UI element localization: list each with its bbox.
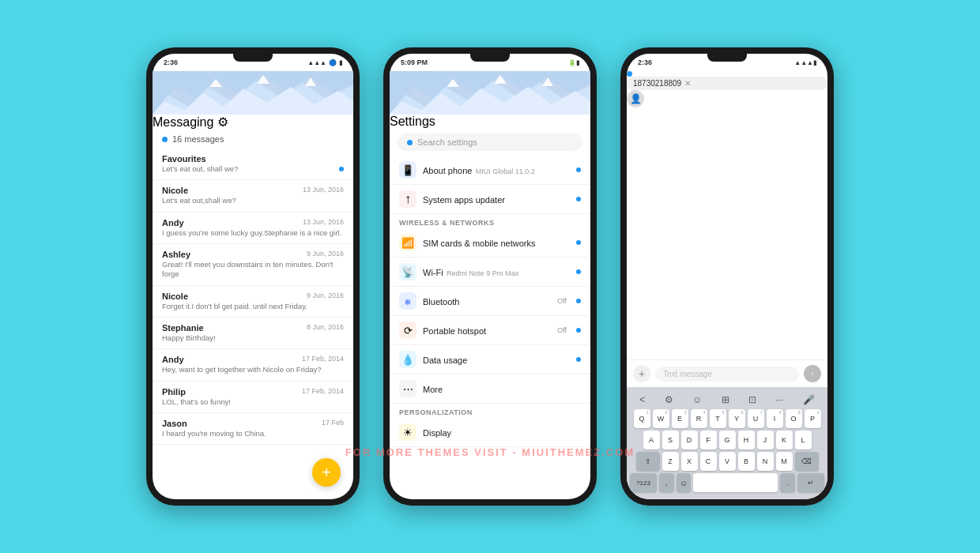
key-m[interactable]: M <box>776 452 793 471</box>
keyboard: < ⚙ ☺ ⊞ ⊡ ··· 🎤 Q1 W2 E3 R4 T5 Y6 U7 I8 … <box>627 387 827 499</box>
key-r[interactable]: R4 <box>691 409 707 428</box>
count-dot <box>162 137 168 142</box>
msg-name: Jason <box>162 419 344 428</box>
msg-date: 9 Jun, 2016 <box>307 292 344 299</box>
list-item[interactable]: Andy 13 Jun, 2016 I guess you're some lu… <box>153 213 353 244</box>
key-enter[interactable]: ↵ <box>797 473 824 492</box>
signal-icon: ▲▲▲ <box>307 59 326 66</box>
key-l[interactable]: L <box>795 431 812 450</box>
kb-settings-icon[interactable]: ⚙ <box>662 393 677 407</box>
setting-display[interactable]: ☀ Display <box>390 418 590 447</box>
phone-messaging: 2:36 ▲▲▲ 🔵 ▮ Messaging ⚙ <box>146 47 360 506</box>
keyboard-row-bottom: ?123 , ☺ . ↵ <box>630 473 824 492</box>
msg-date: 17 Feb, 2014 <box>302 387 344 395</box>
bluetooth-status: Off <box>557 297 567 305</box>
key-space[interactable] <box>693 473 778 492</box>
more-text: More <box>423 382 581 396</box>
key-b[interactable]: B <box>738 452 755 471</box>
msg-date: 8 Jun, 2016 <box>307 323 344 331</box>
gear-icon[interactable]: ⚙ <box>217 115 228 129</box>
key-n[interactable]: N <box>757 452 774 471</box>
setting-bluetooth[interactable]: ⎈ Bluetooth Off <box>390 287 590 316</box>
key-p[interactable]: P0 <box>805 409 821 428</box>
setting-wifi[interactable]: 📡 Wi-Fi Redmi Note 9 Pro Max <box>390 258 590 287</box>
chip-close-icon[interactable]: ✕ <box>684 79 691 88</box>
msg-preview: Happy Birthday! <box>162 333 344 343</box>
settings-title: Settings <box>390 115 435 128</box>
key-x[interactable]: X <box>681 452 698 471</box>
messages-count-bar: 16 messages <box>153 130 353 149</box>
list-item[interactable]: Favourites Let's eat out, shall we? <box>153 149 353 180</box>
key-w[interactable]: W2 <box>653 409 669 428</box>
key-o[interactable]: O9 <box>786 409 802 428</box>
key-i[interactable]: I8 <box>767 409 783 428</box>
setting-system-updater[interactable]: ↑ System apps updater <box>390 185 590 214</box>
key-symbols[interactable]: ?123 <box>630 473 657 492</box>
search-bar[interactable]: Search settings <box>398 134 582 151</box>
kb-back-icon[interactable]: < <box>636 393 648 407</box>
msg-preview: Great! I'll meet you downstairs in ten m… <box>162 260 344 280</box>
key-t[interactable]: T5 <box>710 409 726 428</box>
key-s[interactable]: S <box>662 431 679 450</box>
about-phone-title: About phone <box>423 166 472 175</box>
setting-about-phone[interactable]: 📱 About phone MIUI Global 11.0.2 <box>390 156 590 185</box>
setting-more[interactable]: ⋯ More <box>390 374 590 404</box>
section-personalization: PERSONALIZATION <box>390 404 590 418</box>
hotspot-status: Off <box>557 326 567 334</box>
key-y[interactable]: Y6 <box>729 409 745 428</box>
kb-mic-icon[interactable]: 🎤 <box>800 393 818 407</box>
recipient-dot <box>627 71 632 77</box>
about-phone-text: About phone MIUI Global 11.0.2 <box>423 163 570 177</box>
status-time-2: 5:09 PM <box>401 58 428 66</box>
key-shift[interactable]: ⇧ <box>636 452 660 471</box>
key-u[interactable]: U7 <box>748 409 764 428</box>
kb-more-icon[interactable]: ··· <box>772 393 786 407</box>
recipient-chip[interactable]: 18730218809 ✕ <box>627 77 827 90</box>
keyboard-row-3: ⇧ Z X C V B N M ⌫ <box>630 452 824 471</box>
key-q[interactable]: Q1 <box>634 409 650 428</box>
list-item[interactable]: Philip 17 Feb, 2014 LOL, that's so funny… <box>153 382 353 413</box>
kb-emoji-icon[interactable]: ☺ <box>689 393 705 407</box>
kb-clipboard-icon[interactable]: ⊞ <box>718 393 733 407</box>
list-item[interactable]: Ashley 9 Jun, 2016 Great! I'll meet you … <box>153 244 353 286</box>
keyboard-row-2: A S D F G H J K L <box>630 431 824 450</box>
hotspot-dot <box>576 328 581 333</box>
display-text: Display <box>423 425 581 439</box>
compose-fab[interactable]: + <box>312 458 341 487</box>
setting-sim-cards[interactable]: 📶 SIM cards & mobile networks <box>390 228 590 258</box>
key-h[interactable]: H <box>738 431 755 450</box>
kb-resize-icon[interactable]: ⊡ <box>745 393 760 407</box>
setting-data-usage[interactable]: 💧 Data usage <box>390 345 590 374</box>
list-item[interactable]: Andy 17 Feb, 2014 Hey, want to get toget… <box>153 349 353 381</box>
key-comma[interactable]: , <box>659 473 674 492</box>
msg-date: 9 Jun, 2016 <box>307 250 344 258</box>
key-v[interactable]: V <box>719 452 736 471</box>
key-d[interactable]: D <box>681 431 698 450</box>
setting-hotspot[interactable]: ⟳ Portable hotspot Off <box>390 316 590 345</box>
key-c[interactable]: C <box>700 452 717 471</box>
attach-button[interactable]: + <box>633 365 650 382</box>
key-period[interactable]: . <box>780 473 795 492</box>
mountain-svg-2 <box>390 71 590 115</box>
key-f[interactable]: F <box>700 431 717 450</box>
bluetooth-dot <box>576 299 581 303</box>
key-g[interactable]: G <box>719 431 736 450</box>
key-z[interactable]: Z <box>662 452 679 471</box>
list-item[interactable]: Stephanie 8 Jun, 2016 Happy Birthday! <box>153 318 353 349</box>
key-k[interactable]: K <box>776 431 793 450</box>
list-item[interactable]: Nicole 9 Jun, 2016 Forget it.I don't bl … <box>153 286 353 318</box>
messaging-header: Messaging ⚙ <box>153 115 353 130</box>
wifi-settings-icon: 📡 <box>399 263 416 280</box>
key-emoji[interactable]: ☺ <box>677 473 692 492</box>
message-input[interactable]: Text message <box>655 367 799 382</box>
key-backspace[interactable]: ⌫ <box>795 452 819 471</box>
data-usage-text: Data usage <box>423 352 570 367</box>
list-item[interactable]: Jason 17 Feb I heard you're moving to Ch… <box>153 413 353 445</box>
key-j[interactable]: J <box>757 431 774 450</box>
key-e[interactable]: E3 <box>672 409 688 428</box>
send-button[interactable]: ↑ <box>804 365 821 382</box>
list-item[interactable]: Nicole 13 Jun, 2016 Let's eat out,shall … <box>153 180 353 212</box>
key-a[interactable]: A <box>643 431 660 450</box>
hotspot-icon: ⟳ <box>399 322 416 339</box>
phone-settings: 5:09 PM 🔋▮ Settings Search settings <box>383 47 597 506</box>
